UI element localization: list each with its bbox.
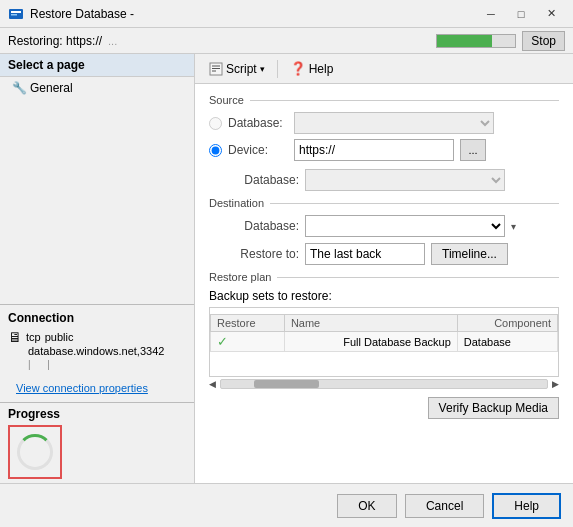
source-db-label: Database: <box>209 173 299 187</box>
destination-section-label: Destination <box>209 197 559 209</box>
horizontal-scrollbar[interactable]: ◀ ▶ <box>209 379 559 389</box>
toolbar-separator <box>277 60 278 78</box>
source-radio-group: Database: Device: ... <box>209 112 559 161</box>
restoring-bar: Restoring: https:// ... Stop <box>0 28 573 54</box>
database-radio-row: Database: <box>209 112 559 134</box>
table-row: ✓ Full Database Backup Database <box>211 332 558 352</box>
restore-to-input[interactable] <box>305 243 425 265</box>
restore-to-label: Restore to: <box>209 247 299 261</box>
script-button[interactable]: Script ▾ <box>203 60 271 78</box>
backup-sets-label: Backup sets to restore: <box>209 289 559 303</box>
tree-lines: | | <box>8 359 186 370</box>
source-database-select[interactable] <box>305 169 505 191</box>
device-radio[interactable] <box>209 144 222 157</box>
connection-row: 🖥 tcp public <box>8 329 186 345</box>
right-panel: Script ▾ ❓ Help Source Database: <box>195 54 573 483</box>
device-radio-row: Device: ... <box>209 139 559 161</box>
restore-plan-section-label: Restore plan <box>209 271 559 283</box>
connection-server: public <box>45 331 74 343</box>
scroll-left-arrow[interactable]: ◀ <box>209 379 216 389</box>
destination-database-select[interactable] <box>305 215 505 237</box>
col-name: Name <box>284 315 457 332</box>
destination-dropdown-arrow[interactable]: ▾ <box>511 221 516 232</box>
svg-rect-2 <box>11 14 17 16</box>
script-icon <box>209 62 223 76</box>
verify-backup-button[interactable]: Verify Backup Media <box>428 397 559 419</box>
script-dropdown-arrow: ▾ <box>260 64 265 74</box>
col-component: Component <box>457 315 557 332</box>
device-browse-button[interactable]: ... <box>460 139 486 161</box>
spinner-icon <box>17 434 53 470</box>
destination-database-row: Database: ▾ <box>209 215 559 237</box>
row-restore-cell: ✓ <box>211 332 285 352</box>
dest-db-label: Database: <box>209 219 299 233</box>
app-icon <box>8 6 24 22</box>
wrench-icon: 🔧 <box>12 81 26 95</box>
progress-indicator-box <box>8 425 62 479</box>
progress-section: Progress <box>0 402 194 483</box>
source-section-label: Source <box>209 94 559 106</box>
device-input[interactable] <box>294 139 454 161</box>
scroll-track[interactable] <box>220 379 548 389</box>
restoring-ellipsis: ... <box>108 35 430 47</box>
sidebar-item-general[interactable]: 🔧 General <box>0 77 194 99</box>
close-button[interactable]: ✕ <box>537 4 565 24</box>
minimize-button[interactable]: ─ <box>477 4 505 24</box>
scroll-right-arrow[interactable]: ▶ <box>552 379 559 389</box>
col-restore: Restore <box>211 315 285 332</box>
connection-type: tcp <box>26 331 41 343</box>
row-name-cell: Full Database Backup <box>284 332 457 352</box>
help-label: Help <box>309 62 334 76</box>
restore-to-row: Restore to: Timeline... <box>209 243 559 265</box>
connection-header: Connection <box>8 311 186 325</box>
progress-header: Progress <box>8 407 186 421</box>
connection-section: Connection 🖥 tcp public database.windows… <box>0 304 194 378</box>
help-button[interactable]: ❓ Help <box>284 59 340 78</box>
scroll-thumb <box>254 380 319 388</box>
svg-rect-1 <box>11 11 21 13</box>
main-layout: Select a page 🔧 General Connection 🖥 tcp… <box>0 54 573 483</box>
help-footer-button[interactable]: Help <box>492 493 561 519</box>
left-panel: Select a page 🔧 General Connection 🖥 tcp… <box>0 54 195 483</box>
script-label: Script <box>226 62 257 76</box>
database-radio-label: Database: <box>228 116 288 130</box>
title-bar: Restore Database - ─ □ ✕ <box>0 0 573 28</box>
device-radio-label: Device: <box>228 143 288 157</box>
source-database-row: Database: <box>209 169 559 191</box>
restoring-label: Restoring: https:// <box>8 34 102 48</box>
backup-table: Restore Name Component ✓ Full Database B… <box>210 314 558 352</box>
sidebar-item-label: General <box>30 81 73 95</box>
select-page-header: Select a page <box>0 54 194 77</box>
content-area: Source Database: Device: ... Database: <box>195 84 573 483</box>
footer: OK Cancel Help <box>0 483 573 527</box>
window-title: Restore Database - <box>30 7 477 21</box>
checkmark-icon: ✓ <box>217 334 228 349</box>
maximize-button[interactable]: □ <box>507 4 535 24</box>
ok-button[interactable]: OK <box>337 494 397 518</box>
row-component-cell: Database <box>457 332 557 352</box>
database-radio[interactable] <box>209 117 222 130</box>
cancel-button[interactable]: Cancel <box>405 494 484 518</box>
progress-bar <box>436 34 516 48</box>
connection-details: database.windows.net,3342 <box>8 345 186 357</box>
timeline-button[interactable]: Timeline... <box>431 243 508 265</box>
server-icon: 🖥 <box>8 329 22 345</box>
toolbar: Script ▾ ❓ Help <box>195 54 573 84</box>
progress-fill <box>437 35 492 47</box>
stop-button[interactable]: Stop <box>522 31 565 51</box>
database-select[interactable] <box>294 112 494 134</box>
help-icon: ❓ <box>290 61 306 76</box>
backup-table-container: Restore Name Component ✓ Full Database B… <box>209 307 559 377</box>
window-controls: ─ □ ✕ <box>477 4 565 24</box>
view-connection-properties-link[interactable]: View connection properties <box>8 378 186 398</box>
